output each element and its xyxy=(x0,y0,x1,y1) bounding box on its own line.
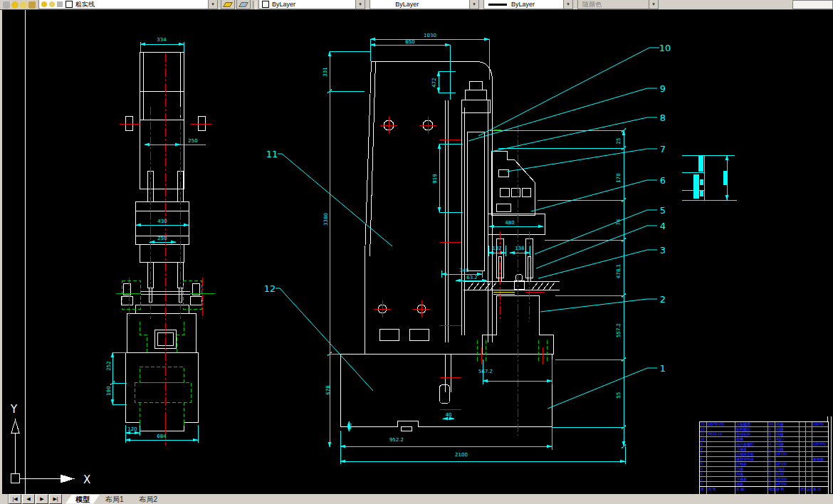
bom-cell: 下模座 xyxy=(735,477,768,481)
linetype-control-dropdown[interactable]: ByLayer ▾ xyxy=(370,0,479,9)
bom-cell: 13 xyxy=(700,422,707,426)
bom-cell xyxy=(800,447,806,451)
bom-cell xyxy=(806,427,812,431)
dim-label: 567.2 xyxy=(478,369,493,374)
bom-cell xyxy=(800,457,806,461)
toolbar-separator xyxy=(253,1,256,9)
bom-cell xyxy=(707,472,735,476)
bom-row: 12卸料螺钉445钢 xyxy=(700,427,828,432)
resize-grip[interactable] xyxy=(0,494,9,504)
last-tab-button[interactable]: ▶| xyxy=(49,494,62,504)
bom-row: 11YB23-14导柱组件845钢 xyxy=(700,432,828,437)
lock-icon[interactable] xyxy=(28,1,36,9)
bom-cell xyxy=(806,467,812,471)
color-control-dropdown[interactable]: ByLayer ▾ xyxy=(258,0,365,9)
bulb-icon[interactable] xyxy=(11,1,19,9)
ucs-icon xyxy=(11,420,74,483)
chevron-down-icon[interactable]: ▾ xyxy=(208,0,217,9)
dim-label: 170 xyxy=(616,173,622,182)
bom-cell: 卸料螺钉 xyxy=(735,427,768,431)
make-layer-current-button[interactable] xyxy=(221,0,235,9)
chevron-down-icon[interactable]: ▾ xyxy=(563,0,572,9)
bom-cell: 导柱组件 xyxy=(735,432,768,436)
bom-cell xyxy=(806,477,812,481)
part-number: 4 xyxy=(660,221,666,231)
layout-tab-bar: |◀ ◀ ▶ ▶| 模型 布局1 布局2 xyxy=(0,494,833,504)
chevron-down-icon[interactable]: ▾ xyxy=(469,0,478,9)
leader-line xyxy=(540,299,657,312)
dim-label: 334 xyxy=(157,37,167,43)
part-number: 2 xyxy=(660,294,666,305)
ucs-y-label: Y xyxy=(10,403,18,416)
dim-label: 919 xyxy=(432,174,438,183)
leader-line xyxy=(531,180,657,211)
bom-cell: YB23-14 xyxy=(707,432,735,436)
leader-line xyxy=(478,48,659,136)
prev-tab-button[interactable]: ◀ xyxy=(22,494,35,504)
ucs-x-label: X xyxy=(83,473,90,486)
bom-cell: HT150 xyxy=(775,462,800,466)
part-number: 9 xyxy=(660,83,666,94)
bom-cell: 六角螺母 xyxy=(735,422,768,426)
tab-layout1[interactable]: 布局1 xyxy=(95,495,134,504)
dim-label: 40 xyxy=(446,412,452,418)
part-number: 10 xyxy=(659,43,671,53)
dim-label: 132 xyxy=(492,246,501,251)
bom-cell xyxy=(806,432,812,436)
plotstyle-value: 随颜色 xyxy=(582,0,602,9)
part-number: 8 xyxy=(660,112,666,123)
bom-cell: 内六角螺钉 xyxy=(735,442,768,446)
bom-cell xyxy=(800,427,806,431)
first-tab-button[interactable]: |◀ xyxy=(9,494,21,504)
dim-label: 120 xyxy=(127,426,137,432)
layer-color-swatch xyxy=(66,1,73,8)
bom-cell xyxy=(806,447,812,451)
lineweight-control-dropdown[interactable]: ByLayer ▾ xyxy=(483,0,573,9)
bom-cell xyxy=(806,422,812,426)
bom-cell: 45钢 xyxy=(775,422,800,426)
layers-icon[interactable] xyxy=(3,1,10,9)
color-value: ByLayer xyxy=(272,1,295,8)
chevron-down-icon[interactable]: ▾ xyxy=(355,0,365,9)
tab-model[interactable]: 模型 xyxy=(66,495,100,504)
bom-cell: HT150 xyxy=(775,452,800,456)
bom-cell xyxy=(812,427,825,431)
bom-cell: 9 xyxy=(700,442,707,446)
detail-view-text-blobs xyxy=(693,156,728,199)
sun-icon[interactable] xyxy=(20,1,27,9)
bom-cell xyxy=(812,452,825,456)
layer-control-dropdown[interactable]: 粗实线 ▾ xyxy=(38,0,218,9)
bom-cell: 打料杆 xyxy=(735,462,768,466)
dim-label: 472 xyxy=(431,78,437,87)
lineweight-sample-icon xyxy=(488,4,507,6)
leader-line xyxy=(491,117,657,152)
part-number: 1 xyxy=(660,363,666,374)
lineweight-value: ByLayer xyxy=(511,1,535,8)
bom-cell: T10A xyxy=(775,467,800,471)
leader-line xyxy=(548,368,657,409)
bom-cell: 1 xyxy=(768,457,775,461)
bom-cell xyxy=(812,447,825,451)
bom-cell: 凸模 xyxy=(735,467,768,471)
leader-line xyxy=(538,250,657,278)
layer-lock-icon xyxy=(57,1,63,7)
bom-cell: 3 xyxy=(700,472,707,476)
layer-previous-button[interactable] xyxy=(236,0,251,9)
leader-line xyxy=(468,88,657,141)
bom-cell: 45钢 xyxy=(775,432,800,436)
bom-cell xyxy=(800,462,806,466)
part-number: 3 xyxy=(660,245,666,256)
bom-cell: 凸模固定板 xyxy=(735,452,768,456)
part-number: 5 xyxy=(660,205,666,216)
next-tab-button[interactable]: ▶ xyxy=(36,494,48,504)
bom-cell: GB/T6170 xyxy=(707,422,735,426)
tab-layout2[interactable]: 布局2 xyxy=(130,495,168,504)
centerlines xyxy=(120,53,545,445)
bom-cell: 1 xyxy=(768,462,775,466)
bom-row: 10垫圈440Cr xyxy=(700,437,828,442)
layer-on-icon xyxy=(41,1,47,7)
leader-line xyxy=(507,149,657,172)
leader-line xyxy=(276,288,373,391)
dim-label: 3380 xyxy=(323,213,329,226)
bom-cell: 5 xyxy=(700,462,707,466)
